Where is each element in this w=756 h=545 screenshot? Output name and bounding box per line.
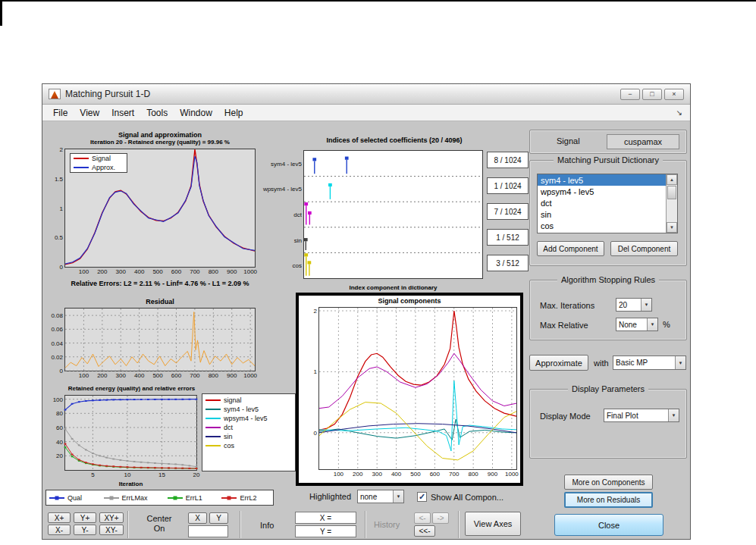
maximize-button[interactable]: □ [642, 89, 662, 100]
method-value: Basic MP [613, 356, 675, 369]
zoom-xy-minus-button[interactable]: XY- [99, 525, 124, 535]
more-on-residuals-button[interactable]: More on Residuals [564, 492, 653, 508]
page-top-tick [0, 0, 2, 26]
energy-axes[interactable]: 510152020406080100 [64, 395, 197, 471]
zoom-xy-plus-button[interactable]: XY+ [99, 512, 124, 523]
more-on-components-button[interactable]: More on Components [564, 475, 653, 490]
percent-label: % [663, 320, 670, 329]
menu-view[interactable]: View [74, 106, 105, 120]
window-title: Matching Pursuit 1-D [65, 89, 150, 99]
legend-entry: Qual [46, 490, 101, 505]
max-relative-select[interactable]: None ▼ [616, 318, 658, 331]
zoom-x-plus-button[interactable]: X+ [48, 512, 71, 523]
components-chart [319, 308, 516, 469]
x-tick-label: 1000 [505, 471, 519, 478]
legend-label: sin [224, 433, 233, 440]
legend-label: ErrL2 [240, 494, 256, 502]
legend-label: sym4 - lev5 [224, 406, 259, 413]
del-component-button[interactable]: Del Component [610, 241, 678, 256]
row-label: wpsym4 - lev5 [263, 186, 302, 193]
center-on-label-line2: On [136, 524, 182, 533]
legend-label: Approx. [92, 164, 115, 171]
highlighted-select[interactable]: none ▼ [357, 490, 404, 503]
menu-overflow-arrow-icon[interactable]: ↘ [676, 108, 685, 117]
center-on-input[interactable] [188, 525, 228, 537]
add-component-button[interactable]: Add Component [537, 241, 604, 256]
components-legend: signal sym4 - lev5 wpsym4 - lev5 dct sin… [202, 393, 296, 471]
history-first-button[interactable]: <<- [414, 525, 435, 537]
legend-label: ErrLMax [122, 494, 148, 502]
dict-item-dct[interactable]: dct [538, 197, 677, 208]
display-parameters-groupbox: Display Parameters [529, 389, 687, 459]
signal-approx-title: Signal and approximation [58, 131, 262, 139]
matching-pursuit-window: Matching Pursuit 1-D − □ × File View Ins… [42, 83, 691, 540]
display-mode-select[interactable]: Final Plot ▼ [604, 409, 679, 422]
indices-title: Indices of selected coefficients (20 / 4… [288, 136, 500, 144]
x-tick-label: 500 [152, 268, 162, 275]
y-tick-label: 0.5 [55, 234, 63, 241]
center-x-button[interactable]: X [188, 512, 207, 524]
zoom-y-plus-button[interactable]: Y+ [74, 512, 96, 523]
residual-axes[interactable]: 100200300400500600700800900100000.020.04… [64, 308, 256, 371]
x-tick-label: 15 [158, 471, 165, 478]
menu-help[interactable]: Help [218, 106, 249, 120]
legend-label: wpsym4 - lev5 [224, 415, 268, 422]
x-tick-label: 100 [334, 471, 343, 478]
count-box-dct: 7 / 1024 [487, 203, 529, 220]
row-label: sym4 - lev5 [271, 160, 302, 167]
listbox-scrollbar[interactable]: ▲ ▼ [666, 174, 677, 233]
method-select[interactable]: Basic MP ▼ [613, 356, 686, 370]
menu-tools[interactable]: Tools [140, 106, 174, 120]
history-next-button[interactable]: -> [432, 512, 449, 524]
legend-entry: signal [202, 396, 295, 405]
y-tick-label: 0.02 [51, 353, 63, 360]
legend-marker [55, 496, 59, 500]
center-y-button[interactable]: Y [209, 512, 228, 524]
display-parameters-title: Display Parameters [568, 384, 648, 393]
legend-line-qual [49, 497, 64, 499]
legend-label: Signal [92, 155, 111, 162]
legend-entry: ErrLMax [101, 490, 165, 505]
x-tick-label: 1000 [243, 268, 257, 275]
max-iterations-select[interactable]: 20 ▼ [616, 298, 652, 312]
zoom-x-minus-button[interactable]: X- [48, 525, 71, 535]
y-tick-label: 1.5 [55, 175, 63, 182]
energy-chart [65, 396, 196, 470]
zoom-y-minus-button[interactable]: Y- [74, 525, 96, 535]
dict-item-sin[interactable]: sin [538, 208, 677, 220]
page-top-line [0, 0, 756, 2]
dict-item-sym4[interactable]: sym4 - lev5 [538, 174, 677, 186]
menu-insert[interactable]: Insert [105, 106, 140, 120]
info-y-field[interactable]: Y = [295, 525, 356, 537]
menu-file[interactable]: File [47, 106, 74, 120]
energy-legend: Qual ErrLMax ErrL1 ErrL2 [45, 490, 274, 506]
close-button[interactable]: Close [554, 514, 663, 536]
history-prev-button[interactable]: <- [414, 512, 431, 524]
dictionary-listbox[interactable]: sym4 - lev5 wpsym4 - lev5 dct sin cos ▲ … [537, 174, 678, 233]
legend-label: Qual [67, 494, 82, 502]
scroll-down-arrow-icon[interactable]: ▼ [667, 222, 677, 233]
legend-line-signal [74, 158, 89, 159]
components-axes[interactable]: 1002003004005006007008009001000012 [318, 307, 517, 470]
info-x-field[interactable]: X = [295, 512, 356, 524]
menu-window[interactable]: Window [174, 106, 218, 120]
scroll-up-arrow-icon[interactable]: ▲ [667, 174, 677, 185]
close-window-button[interactable]: × [664, 89, 684, 100]
minimize-button[interactable]: − [620, 89, 640, 100]
dict-item-wpsym4[interactable]: wpsym4 - lev5 [538, 186, 677, 197]
x-tick-label: 900 [488, 471, 497, 478]
legend-entry: sym4 - lev5 [202, 405, 295, 414]
show-all-checkbox[interactable]: ✓ [417, 492, 427, 502]
toolbar-separator [365, 511, 366, 538]
row-label: sin [294, 236, 302, 243]
legend-entry: ErrL1 [165, 490, 219, 505]
dict-item-cos[interactable]: cos [538, 220, 677, 231]
x-tick-label: 800 [209, 268, 218, 275]
title-bar[interactable]: Matching Pursuit 1-D − □ × [42, 84, 690, 105]
approximate-button[interactable]: Approximate [529, 355, 588, 371]
x-tick-label: 400 [134, 268, 144, 275]
indices-axes[interactable]: sym4 - lev5wpsym4 - lev5dctsincos [303, 150, 483, 279]
view-axes-button[interactable]: View Axes [465, 512, 521, 536]
scrollbar-thumb[interactable] [667, 186, 676, 199]
legend-label: signal [224, 396, 242, 404]
